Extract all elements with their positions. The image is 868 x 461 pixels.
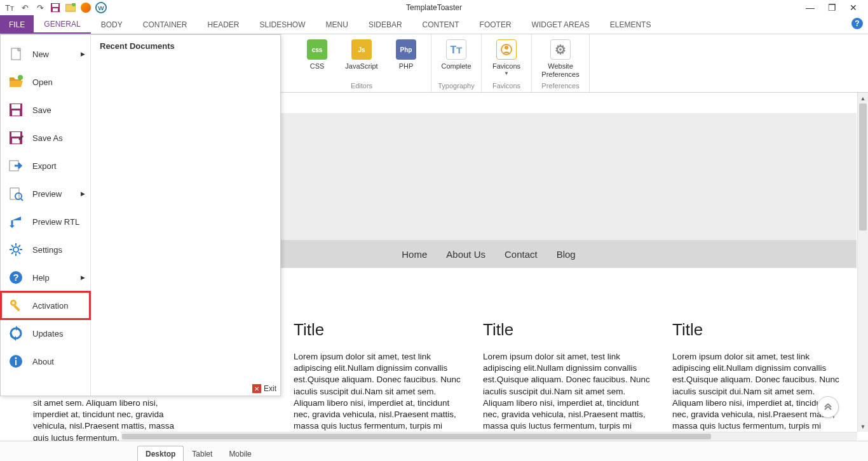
backstage-item-label: Open	[32, 77, 53, 87]
backstage-about[interactable]: About	[1, 347, 90, 375]
nav-contact[interactable]: Contact	[505, 249, 538, 260]
vertical-scrollbar[interactable]: ▲ ▼	[857, 93, 868, 432]
content-column[interactable]: Title Lorem ipsum dolor sit amet, test l…	[672, 320, 843, 432]
exit-label: Exit	[264, 384, 276, 393]
scroll-down-button[interactable]: ▼	[858, 421, 868, 432]
tab-slideshow[interactable]: SLIDESHOW	[250, 15, 316, 34]
wordpress-icon[interactable]: W	[95, 2, 107, 13]
save-quick-button[interactable]	[50, 2, 61, 13]
chevron-right-icon: ▶	[81, 190, 85, 197]
backstage-preview[interactable]: Preview▶	[1, 180, 90, 208]
column-title: Title	[672, 320, 843, 340]
column-text: Lorem ipsum dolor sit amet, test link ad…	[672, 351, 843, 432]
js-label: JavaScript	[345, 62, 377, 70]
backstage-settings[interactable]: Settings	[1, 236, 90, 264]
backstage-save[interactable]: Save	[1, 96, 90, 124]
tab-content[interactable]: CONTENT	[412, 15, 470, 34]
backstage-saveas[interactable]: Save As	[1, 124, 90, 152]
exit-button[interactable]: ✕ Exit	[252, 384, 276, 393]
nav-blog[interactable]: Blog	[557, 249, 576, 260]
about-icon	[8, 354, 24, 369]
app-title: TemplateToaster	[406, 3, 462, 12]
svg-point-8	[505, 46, 508, 50]
favicons-button[interactable]: Favicons ▼	[485, 37, 527, 76]
chevron-down-icon: ▼	[504, 70, 509, 76]
backstage-export[interactable]: Export	[1, 152, 90, 180]
tab-widget-areas[interactable]: WIDGET AREAS	[522, 15, 600, 34]
svg-text:W: W	[98, 4, 104, 11]
backstage-content: Recent Documents ✕ Exit	[91, 35, 280, 396]
column-title: Title	[483, 320, 653, 340]
tab-footer[interactable]: FOOTER	[470, 15, 522, 34]
content-column[interactable]: Title Lorem ipsum dolor sit amet, test l…	[294, 320, 464, 432]
horizontal-scrollbar[interactable]	[121, 432, 857, 441]
backstage-item-label: Settings	[32, 245, 62, 255]
content-column[interactable]: Title Lorem ipsum dolor sit amet, test l…	[483, 320, 653, 432]
svg-rect-37	[15, 360, 17, 365]
svg-point-38	[15, 357, 17, 359]
php-icon: Php	[396, 39, 416, 60]
svg-rect-1	[52, 4, 58, 7]
backstage-item-label: Save	[32, 105, 51, 115]
preferences-label: WebsitePreferences	[541, 62, 579, 78]
backstage-item-label: New	[32, 50, 49, 59]
tab-general[interactable]: GENERAL	[34, 15, 90, 34]
js-icon: Js	[351, 39, 372, 60]
tab-menu[interactable]: MENU	[316, 15, 358, 34]
tab-header[interactable]: HEADER	[198, 15, 250, 34]
css-button[interactable]: css CSS	[296, 37, 338, 70]
help-icon[interactable]: ?	[851, 18, 863, 29]
backstage-updates[interactable]: Updates	[1, 319, 90, 347]
tab-body[interactable]: BODY	[91, 15, 133, 34]
php-label: PHP	[399, 62, 414, 70]
svg-line-30	[18, 245, 20, 247]
settings-icon	[8, 242, 24, 257]
backstage-item-label: Updates	[32, 329, 63, 338]
website-preferences-button[interactable]: ⚙ WebsitePreferences	[536, 37, 585, 78]
complete-typography-button[interactable]: Tᴛ Complete	[435, 37, 477, 70]
svg-rect-13	[12, 110, 20, 116]
maximize-button[interactable]: ❐	[824, 3, 840, 13]
backstage-open[interactable]: Open	[1, 68, 90, 96]
nav-home[interactable]: Home	[402, 249, 427, 260]
svg-line-20	[21, 199, 23, 201]
ribbon-group-editors: css CSS Js JavaScript Php PHP Editors	[292, 34, 431, 92]
scroll-thumb[interactable]	[859, 104, 867, 230]
view-mobile[interactable]: Mobile	[220, 446, 259, 461]
close-icon: ✕	[252, 384, 261, 393]
preferences-group-label: Preferences	[541, 82, 579, 90]
nav-about[interactable]: About Us	[446, 249, 485, 260]
scroll-top-button[interactable]	[817, 396, 839, 418]
backstage-help[interactable]: ?Help▶	[1, 264, 90, 291]
scroll-thumb-h[interactable]	[122, 434, 711, 439]
gear-icon: ⚙	[550, 39, 571, 60]
view-desktop[interactable]: Desktop	[137, 446, 184, 461]
undo-button[interactable]: ↶	[19, 2, 31, 13]
editors-group-label: Editors	[351, 82, 372, 90]
close-button[interactable]: ✕	[845, 3, 862, 13]
js-button[interactable]: Js JavaScript	[341, 37, 383, 70]
tt-icon[interactable]: Tт	[4, 2, 15, 13]
tab-sidebar[interactable]: SIDEBAR	[358, 15, 412, 34]
title-bar: Tт ↶ ↷ W TemplateToaster — ❐ ✕	[0, 0, 868, 15]
redo-button[interactable]: ↷	[34, 2, 46, 13]
firefox-icon[interactable]	[80, 2, 92, 13]
view-tablet[interactable]: Tablet	[184, 446, 220, 461]
svg-rect-2	[53, 8, 58, 11]
svg-rect-35	[13, 305, 20, 312]
file-tab[interactable]: FILE	[0, 15, 34, 34]
backstage-new[interactable]: New▶	[1, 40, 90, 68]
backstage-activation[interactable]: Activation	[1, 291, 90, 319]
favicons-group-label: Favicons	[492, 82, 520, 90]
scroll-up-button[interactable]: ▲	[858, 93, 868, 104]
minimize-button[interactable]: —	[802, 3, 818, 13]
tab-container[interactable]: CONTAINER	[133, 15, 198, 34]
column-text: Lorem ipsum dolor sit amet, test link ad…	[483, 351, 653, 432]
php-button[interactable]: Php PHP	[385, 37, 427, 70]
tab-elements[interactable]: ELEMENTS	[600, 15, 661, 34]
previewrtl-icon	[8, 214, 24, 229]
help-icon: ?	[8, 270, 24, 285]
css-icon: css	[307, 39, 327, 60]
backstage-previewrtl[interactable]: Preview RTL	[1, 208, 90, 236]
mail-icon[interactable]	[65, 2, 76, 13]
